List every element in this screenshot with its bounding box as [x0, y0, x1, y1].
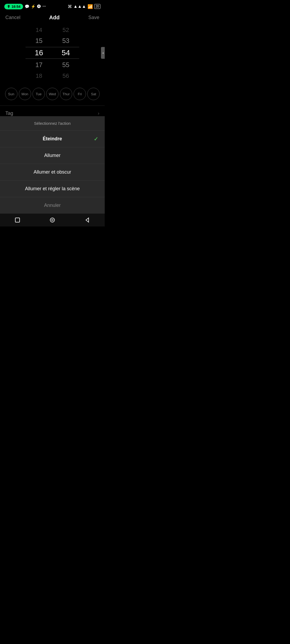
whatsapp-icon: 💬 [25, 4, 29, 9]
day-fri[interactable]: Fri [74, 88, 86, 100]
time-picker[interactable]: 13 14 15 16 17 18 19 51 52 53 54 55 56 5… [0, 23, 105, 82]
action-cancel[interactable]: Annuler [0, 197, 105, 214]
battery-icon: 20 [94, 4, 100, 9]
days-section: Sun Mon Tue Wed Thur Fri Sat [0, 82, 105, 105]
day-mon[interactable]: Mon [19, 88, 31, 100]
action-sheet: Sélectionnez l'action Éteindre ✓ Allumer… [0, 116, 105, 214]
day-wed[interactable]: Wed [46, 88, 59, 100]
hour-15: 15 [31, 36, 47, 46]
day-sat[interactable]: Sat [87, 88, 100, 100]
action-allumer-obscur-label: Allumer et obscur [34, 169, 71, 175]
min-57: 57 [58, 82, 74, 82]
save-button[interactable]: Save [88, 15, 99, 20]
hour-16: 16 [31, 47, 47, 58]
stop-button[interactable] [12, 215, 23, 225]
svg-point-2 [52, 219, 53, 221]
status-bar: 🎙 16:54 💬 ⚡ 🅜 ••• ⌘ ▲▲▲ 📶 20 [0, 0, 105, 12]
min-51: 51 [58, 23, 74, 24]
min-52: 52 [58, 25, 74, 34]
more-icon: ••• [42, 5, 46, 8]
action-allumer-obscur[interactable]: Allumer et obscur [0, 164, 105, 181]
action-allumer-label: Allumer [44, 153, 60, 158]
min-53: 53 [58, 36, 74, 46]
hour-17: 17 [31, 60, 47, 70]
scroll-handle[interactable] [101, 47, 105, 59]
hour-13: 13 [31, 23, 47, 24]
hour-column[interactable]: 13 14 15 16 17 18 19 [31, 23, 47, 82]
mic-icon: 🎙 [7, 5, 10, 9]
status-time: 16:54 [12, 5, 20, 9]
bluetooth-icon: ⌘ [68, 4, 72, 9]
status-left: 🎙 16:54 💬 ⚡ 🅜 ••• [4, 4, 46, 9]
tag-chevron: › [98, 111, 99, 116]
action-allumer-scene[interactable]: Allumer et régler la scène [0, 181, 105, 197]
action-eteindre[interactable]: Éteindre ✓ [0, 131, 105, 147]
action-sheet-title: Sélectionnez l'action [0, 116, 105, 131]
check-icon: ✓ [94, 136, 98, 142]
messenger-icon: ⚡ [31, 4, 35, 9]
mic-pill: 🎙 16:54 [4, 4, 23, 9]
hour-18: 18 [31, 71, 47, 80]
home-button[interactable] [47, 215, 58, 225]
back-button[interactable] [82, 215, 93, 225]
action-allumer-scene-label: Allumer et régler la scène [25, 186, 80, 192]
day-thur[interactable]: Thur [60, 88, 72, 100]
bottom-nav [0, 214, 105, 226]
day-tue[interactable]: Tue [32, 88, 45, 100]
min-55: 55 [58, 60, 74, 70]
minute-column[interactable]: 51 52 53 54 55 56 57 [58, 23, 74, 82]
hour-19: 19 [31, 82, 47, 82]
status-icons: ⌘ ▲▲▲ 📶 20 [68, 4, 100, 9]
svg-marker-3 [86, 218, 89, 222]
page-title: Add [49, 14, 60, 21]
hour-14: 14 [31, 25, 47, 34]
wifi-icon: 📶 [88, 4, 93, 9]
picker-columns: 13 14 15 16 17 18 19 51 52 53 54 55 56 5… [31, 23, 74, 82]
action-allumer[interactable]: Allumer [0, 147, 105, 164]
messenger2-icon: 🅜 [37, 4, 41, 9]
min-54: 54 [58, 47, 74, 58]
signal-icon: ▲▲▲ [73, 4, 86, 9]
top-nav: Cancel Add Save [0, 12, 105, 23]
day-sun[interactable]: Sun [5, 88, 17, 100]
tag-label: Tag [5, 111, 13, 116]
action-eteindre-label: Éteindre [43, 136, 62, 142]
cancel-button[interactable]: Cancel [5, 15, 20, 20]
svg-point-1 [50, 218, 55, 222]
svg-rect-0 [15, 218, 20, 222]
min-56: 56 [58, 71, 74, 80]
